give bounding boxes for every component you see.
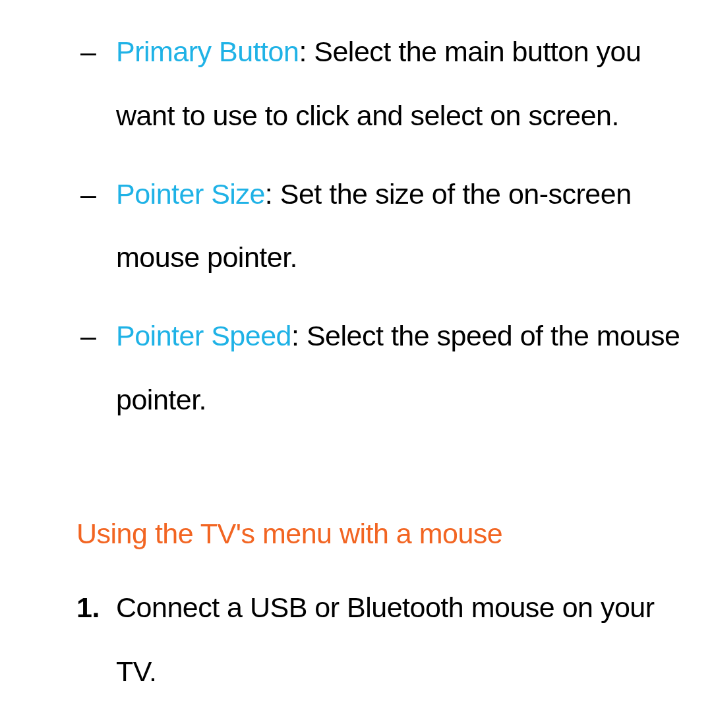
option-term: Pointer Speed (116, 320, 291, 351)
step-number: 1. (76, 576, 116, 704)
bullet-marker: – (76, 162, 116, 290)
item-text: Pointer Speed: Select the speed of the m… (116, 304, 680, 432)
bullet-marker: – (76, 20, 116, 148)
list-item: – Pointer Speed: Select the speed of the… (76, 304, 680, 432)
option-term: Pointer Size (116, 178, 265, 210)
bullet-marker: – (76, 304, 116, 432)
step-item: 1. Connect a USB or Bluetooth mouse on y… (76, 576, 680, 704)
item-text: Pointer Size: Set the size of the on-scr… (116, 162, 680, 290)
option-list: – Primary Button: Select the main button… (0, 20, 712, 432)
section-heading: Using the TV's menu with a mouse (0, 511, 712, 557)
option-term: Primary Button (116, 36, 299, 67)
list-item: – Primary Button: Select the main button… (76, 20, 680, 148)
list-item: – Pointer Size: Set the size of the on-s… (76, 162, 680, 290)
item-text: Primary Button: Select the main button y… (116, 20, 680, 148)
step-text: Connect a USB or Bluetooth mouse on your… (116, 576, 680, 704)
numbered-list: 1. Connect a USB or Bluetooth mouse on y… (0, 576, 712, 704)
